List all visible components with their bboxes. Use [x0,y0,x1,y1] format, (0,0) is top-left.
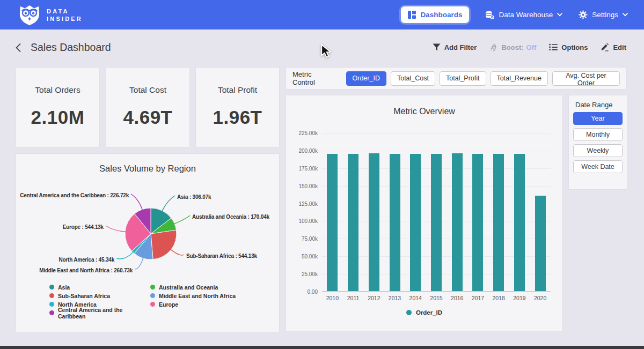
edit-label: Edit [613,43,626,51]
metric-button-order-id[interactable]: Order_ID [346,71,386,86]
sales-volume-card: Sales Volume by Region Asia : 306.07kAus… [16,154,279,332]
gear-icon [579,10,588,19]
metric-button-avg-cost-per-order[interactable]: Avg. Cost per Order [552,71,620,86]
pie-label-line [173,216,190,224]
nav-item-data-warehouse[interactable]: Data Warehouse [485,11,562,19]
brand-line2: INSIDER [47,15,83,23]
metric-button-total-cost[interactable]: Total_Cost [391,71,435,86]
x-axis-label: 2014 [409,295,422,301]
bar-legend[interactable]: Order_ID [286,309,562,316]
nav-menu: Dashboards Data Warehouse [401,6,628,23]
bar-2011[interactable] [348,154,358,292]
cursor-pointer [320,44,333,58]
bar-2013[interactable] [390,154,400,292]
bar-2012[interactable] [369,153,379,292]
back-button[interactable] [14,43,21,54]
y-axis-tick: 175.00k [286,166,318,172]
brand[interactable]: DATA INSIDER [18,4,83,26]
bar-2019[interactable] [514,154,525,292]
bar-2010[interactable] [327,154,338,292]
legend-dot [150,293,155,298]
x-axis-label: 2015 [430,295,442,301]
bar-2015[interactable] [431,154,442,292]
legend-item-sub-saharan-africa[interactable]: Sub-Saharan Africa [49,293,150,299]
dashboards-grid-icon [408,11,416,19]
date-range-button-week-date[interactable]: Week Date [573,160,623,173]
pie-label-middle-east-and-north-africa: Middle East and North Africa : 260.73k [39,268,133,273]
legend-dot [406,310,412,315]
nav-item-settings[interactable]: Settings [579,10,628,19]
brand-name: DATA INSIDER [47,8,83,23]
pencil-icon [601,43,609,51]
legend-item-asia[interactable]: Asia [49,284,150,290]
date-range-label: Date Range [575,101,612,109]
bar-2016[interactable] [452,153,463,292]
pie-label-asia: Asia : 306.07k [177,194,211,200]
chevron-down-icon [623,13,628,17]
header-tools: Add Filter Boost: Off Options [433,43,626,51]
metric-control-bar: Metric Control Order_IDTotal_CostTotal_P… [286,68,626,89]
x-axis-label: 2010 [326,295,339,301]
legend-label: Asia [58,284,70,291]
legend-dot [150,302,155,307]
pie-legend: AsiaSub-Saharan AfricaNorth AmericaCentr… [49,284,251,316]
y-axis-tick: 50.00k [286,254,318,259]
kpi-label: Total Cost [106,85,189,95]
legend-label: Middle East and North Africa [159,293,236,299]
date-range-card: Date Range YearMonthlyWeeklyWeek Date [569,95,627,189]
legend-item-europe[interactable]: Europe [150,301,251,307]
metric-button-total-profit[interactable]: Total_Profit [440,71,486,86]
legend-label: Sub-Saharan Africa [58,293,110,299]
legend-item-central-america-and-the-caribbean[interactable]: Central America and the Caribbean [49,310,150,316]
nav-dashboards-label: Dashboards [420,11,462,19]
x-axis-label: 2020 [534,295,546,301]
y-axis-tick: 75.00k [286,236,318,242]
date-range-button-monthly[interactable]: Monthly [573,128,623,141]
bar-2017[interactable] [472,154,483,292]
legend-dot [49,310,54,315]
date-range-button-weekly[interactable]: Weekly [573,144,623,157]
x-axis-label: 2013 [389,295,401,301]
y-axis-tick: 200.00k [286,148,318,154]
chevron-left-icon [14,43,21,53]
app-window: DATA INSIDER Dashboards [0,0,644,349]
legend-dot [150,285,155,289]
options-button[interactable]: Options [549,43,588,51]
page-title: Sales Dashboard [31,41,111,54]
metric-control-label: Metric Control [292,70,335,86]
filter-icon [433,43,441,51]
date-range-button-year[interactable]: Year [573,112,623,125]
bar-2018[interactable] [493,154,504,292]
kpi-card-total-cost: Total Cost 4.69T [106,68,189,147]
add-filter-label: Add Filter [444,43,477,51]
x-axis-label: 2011 [347,295,360,301]
bar-plot [322,133,551,292]
metric-button-total-revenue[interactable]: Total_Revenue [491,71,548,86]
x-axis-label: 2016 [451,295,463,301]
kpi-value: 2.10M [16,107,99,128]
nav-item-dashboards[interactable]: Dashboards [401,6,469,23]
bottom-bar [0,346,644,349]
add-filter-button[interactable]: Add Filter [433,43,477,51]
legend-label: Order_ID [416,309,442,316]
legend-dot [49,302,54,307]
boost-toggle[interactable]: Boost: Off [489,43,536,51]
legend-item-australia-and-oceania[interactable]: Australia and Oceania [150,284,251,290]
bar-2020[interactable] [535,196,546,292]
legend-item-middle-east-and-north-africa[interactable]: Middle East and North Africa [150,293,251,299]
pie-label-line [162,196,175,212]
options-label: Options [561,43,588,51]
pie-label-line [170,249,184,255]
pie-label-line [135,257,143,269]
x-axis-label: 2019 [513,295,525,301]
database-icon [485,11,494,19]
nav-data-warehouse-label: Data Warehouse [499,11,553,19]
chart-title: Metric Overview [286,107,562,116]
top-nav: DATA INSIDER Dashboards [0,0,644,29]
pie-slice-sub-saharan-africa[interactable] [151,230,177,259]
grid-line [322,133,551,133]
grid-line [322,151,551,151]
bar-2014[interactable] [410,154,421,292]
edit-button[interactable]: Edit [601,43,626,51]
list-icon [549,43,558,51]
